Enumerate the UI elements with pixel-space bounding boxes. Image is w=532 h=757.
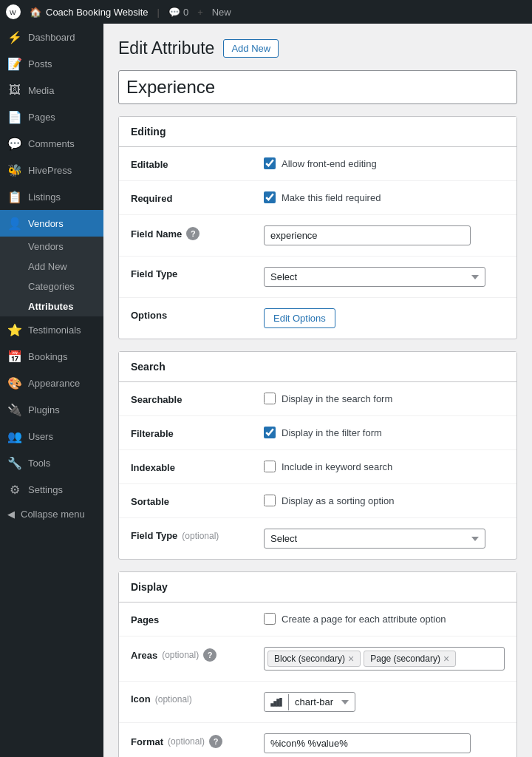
plugins-icon: 🔌 [7,402,22,417]
comments-icon: 💬 [7,136,22,151]
sidebar-sub-categories[interactable]: Categories [0,276,103,296]
sidebar-item-appearance[interactable]: 🎨 Appearance [0,370,103,396]
sidebar-item-listings[interactable]: 📋 Listings [0,183,103,210]
field-name-row: Field Name ? [119,215,516,257]
filterable-control: Display in the filter form [264,427,505,438]
wp-logo[interactable]: W [6,4,21,19]
tag-label: Page (secondary) [370,654,440,664]
sidebar-item-dashboard[interactable]: ⚡ Dashboard [0,24,103,50]
searchable-label: Searchable [131,393,264,405]
sidebar-item-users[interactable]: 👥 Users [0,423,103,449]
svg-rect-5 [280,698,282,706]
format-help-icon[interactable]: ? [209,735,222,748]
areas-help-icon[interactable]: ? [203,648,216,662]
field-name-input[interactable] [264,225,471,245]
sidebar-item-vendors[interactable]: 👤 Vendors [0,210,103,237]
svg-rect-4 [277,699,279,706]
sidebar-item-tools[interactable]: 🔧 Tools [0,449,103,476]
attribute-name-input[interactable] [118,70,517,104]
pages-icon: 📄 [7,109,22,124]
settings-icon: ⚙ [7,482,22,497]
sidebar-item-posts[interactable]: 📝 Posts [0,50,103,77]
tag-label: Block (secondary) [274,654,345,664]
pages-control: Create a page for each attribute option [264,613,505,625]
required-checkbox[interactable] [264,191,276,203]
tag-block-secondary: Block (secondary) × [267,651,361,667]
field-name-help-icon[interactable]: ? [186,227,200,240]
sidebar-item-plugins[interactable]: 🔌 Plugins [0,396,103,423]
editable-control: Allow front-end editing [264,157,505,169]
sidebar-item-label: Bookings [28,351,67,362]
collapse-icon: ◀ [7,509,15,520]
add-new-button[interactable]: Add New [223,39,279,58]
indexable-control: Include in keyword search [264,461,505,472]
sortable-label: Sortable [131,495,264,507]
sidebar-item-label: Listings [28,191,61,203]
required-row: Required Make this field required [119,181,516,215]
areas-row: Areas (optional) ? Block (secondary) × P… [119,637,516,682]
dashboard-icon: ⚡ [7,30,22,44]
icon-select[interactable]: chart-bar star heart [289,693,355,711]
site-link[interactable]: 🏠 Coach Booking Website [30,7,149,18]
tag-remove-page[interactable]: × [443,654,449,664]
search-section-title: Search [119,352,516,382]
indexable-checkbox[interactable] [264,461,276,472]
page-header: Edit Attribute Add New [118,38,517,58]
media-icon: 🖼 [7,83,22,98]
format-row: Format (optional) ? [119,723,516,757]
sidebar-sub-attributes[interactable]: Attributes [0,296,103,316]
filterable-row: Filterable Display in the filter form [119,416,516,450]
searchable-checkbox[interactable] [264,393,276,404]
page-title: Edit Attribute [118,38,214,58]
areas-tags-container[interactable]: Block (secondary) × Page (secondary) × [264,647,505,671]
sidebar-item-bookings[interactable]: 📅 Bookings [0,343,103,370]
sidebar-item-comments[interactable]: 💬 Comments [0,130,103,157]
sidebar-item-media[interactable]: 🖼 Media [0,77,103,103]
sortable-checkbox[interactable] [264,495,276,506]
editable-checkbox[interactable] [264,157,276,169]
new-link[interactable]: New [212,7,231,18]
searchable-check-label: Display in the search form [282,393,392,404]
display-section: Display Pages Create a page for each att… [118,571,517,757]
sidebar-sub-vendors[interactable]: Vendors [0,237,103,257]
options-label: Options [131,308,264,321]
sidebar-item-testimonials[interactable]: ⭐ Testimonials [0,316,103,343]
search-field-type-row: Field Type (optional) Select Text Range … [119,518,516,559]
collapse-menu[interactable]: ◀ Collapse menu [0,503,103,526]
comment-count: 0 [183,7,188,18]
indexable-label: Indexable [131,461,264,473]
svg-text:W: W [10,9,16,16]
required-check-label: Make this field required [282,192,381,203]
required-check: Make this field required [264,191,381,203]
sidebar-item-label: Media [28,85,54,96]
sortable-row: Sortable Display as a sorting option [119,484,516,518]
sidebar-item-hivepress[interactable]: 🐝 HivePress [0,157,103,183]
searchable-control: Display in the search form [264,393,505,404]
comments-link[interactable]: 💬 0 [168,7,188,18]
sidebar-item-label: HivePress [28,165,72,176]
sidebar-item-label: Appearance [28,378,80,389]
svg-rect-3 [274,702,276,706]
sidebar-item-label: Dashboard [28,32,75,43]
field-name-control [264,225,505,245]
format-control [264,733,505,753]
search-field-type-select[interactable]: Select Text Range Radio [264,529,485,549]
sidebar-item-label: Settings [28,484,63,495]
sidebar-item-pages[interactable]: 📄 Pages [0,103,103,130]
sidebar: ⚡ Dashboard 📝 Posts 🖼 Media 📄 Pages 💬 Co… [0,24,103,757]
field-type-select[interactable]: Select Text Textarea Number Date Checkbo… [264,267,485,287]
pages-checkbox[interactable] [264,613,276,625]
filterable-checkbox[interactable] [264,427,276,438]
new-label: New [212,7,231,18]
tag-remove-block[interactable]: × [348,654,354,664]
site-name: Coach Booking Website [46,7,149,18]
field-type-label: Field Type [131,267,264,279]
sidebar-sub-add-new[interactable]: Add New [0,257,103,276]
sidebar-item-settings[interactable]: ⚙ Settings [0,476,103,503]
edit-options-button[interactable]: Edit Options [264,308,335,328]
tag-page-secondary: Page (secondary) × [364,651,456,667]
editable-check: Allow front-end editing [264,157,377,169]
format-input[interactable] [264,733,471,753]
filterable-check-label: Display in the filter form [282,427,382,438]
bookings-icon: 📅 [7,349,22,364]
